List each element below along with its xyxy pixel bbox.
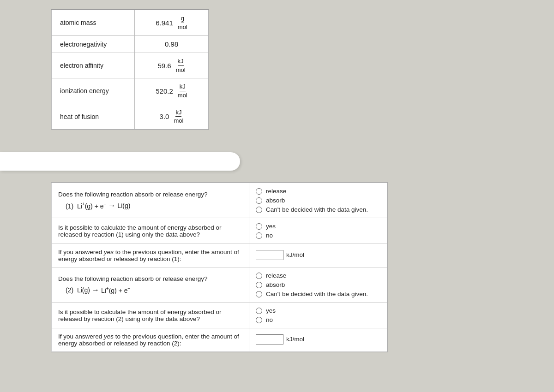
radio-option-yes-2b[interactable]: yes (256, 307, 380, 314)
question-text-2: Does the following reaction absorb or re… (58, 275, 242, 282)
unit-numerator: kJ (178, 58, 184, 66)
radio-label: Can't be decided with the data given. (266, 291, 368, 297)
radio-option-cantdecide-2[interactable]: Can't be decided with the data given. (256, 291, 380, 297)
value-unit: 59.6 kJ mol (157, 58, 185, 73)
qa-table-wrapper: Does the following reaction absorb or re… (51, 182, 388, 352)
answer-cell-2: release absorb Can't be decided with the… (249, 267, 387, 303)
question-cell-2: Does the following reaction absorb or re… (52, 267, 249, 303)
radio-option-no-2b[interactable]: no (256, 316, 380, 323)
table-row: Does the following reaction absorb or re… (52, 183, 387, 218)
table-row: If you answered yes to the previous ques… (52, 328, 387, 352)
radio-label: release (266, 272, 286, 279)
radio-label: no (266, 316, 273, 323)
unit-fraction: kJ mol (174, 109, 183, 125)
radio-button[interactable] (256, 232, 262, 239)
table-row: Is it possible to calculate the amount o… (52, 218, 387, 244)
radio-button[interactable] (256, 197, 262, 204)
property-value: 520.2 kJ mol (135, 78, 209, 104)
reaction-product: Li(g) (117, 202, 130, 209)
property-value: 3.0 kJ mol (135, 104, 209, 129)
radio-label: yes (266, 307, 276, 314)
radio-button[interactable] (256, 273, 262, 279)
table-row: heat of fusion 3.0 kJ mol (52, 104, 209, 129)
table-row: Is it possible to calculate the amount o… (52, 303, 387, 328)
radio-option-absorb-2[interactable]: absorb (256, 281, 380, 288)
property-name: electronegativity (52, 36, 135, 53)
numeric-value: 0.98 (165, 40, 178, 48)
radio-button[interactable] (256, 207, 262, 213)
radio-label: no (266, 232, 273, 239)
energy-input-box-2: kJ/mol (256, 334, 304, 344)
radio-label: yes (266, 223, 276, 230)
value-unit: 520.2 kJ mol (156, 83, 187, 99)
radio-label: absorb (266, 281, 285, 288)
radio-button[interactable] (256, 317, 262, 323)
scroll-decoration (0, 152, 240, 171)
unit-numerator: kJ (180, 83, 186, 91)
properties-table-wrapper: atomic mass 6.941 g mol electronegativi (51, 9, 209, 130)
reaction-2: (2) Li(g) → Li+(g) + e− (66, 286, 242, 294)
reaction-label: (1) Li+(g) + e− (66, 202, 106, 210)
qa-table: Does the following reaction absorb or re… (51, 183, 387, 352)
property-value: 59.6 kJ mol (135, 53, 209, 78)
reaction-1: (1) Li+(g) + e− → Li(g) (66, 202, 242, 210)
radio-option-yes-1b[interactable]: yes (256, 223, 380, 230)
numeric-value: 520.2 (156, 87, 173, 95)
unit-denominator: mol (176, 66, 186, 74)
unit-label-2: kJ/mol (286, 336, 304, 343)
radio-label: absorb (266, 197, 285, 204)
question-cell-1b: Is it possible to calculate the amount o… (52, 218, 249, 244)
question-text-2c: If you answered yes to the previous ques… (58, 333, 242, 347)
reaction-product-2: Li+(g) + e− (101, 286, 130, 294)
radio-label: Can't be decided with the data given. (266, 206, 368, 213)
energy-input-2[interactable] (256, 334, 283, 344)
question-cell-2c: If you answered yes to the previous ques… (52, 328, 249, 352)
radio-option-cantdecide-1[interactable]: Can't be decided with the data given. (256, 206, 380, 213)
radio-button[interactable] (256, 282, 262, 288)
unit-denominator: mol (174, 117, 183, 125)
numeric-value: 59.6 (157, 62, 171, 70)
property-value: 0.98 (135, 36, 209, 53)
radio-button[interactable] (256, 308, 262, 314)
radio-option-release-1[interactable]: release (256, 188, 380, 195)
page-container: atomic mass 6.941 g mol electronegativi (0, 0, 554, 392)
radio-option-no-1b[interactable]: no (256, 232, 380, 239)
property-value: 6.941 g mol (135, 10, 209, 36)
value-unit: 3.0 kJ mol (160, 109, 184, 125)
radio-button[interactable] (256, 188, 262, 195)
table-row: atomic mass 6.941 g mol (52, 10, 209, 36)
unit-numerator: kJ (175, 109, 181, 117)
answer-cell-2b: yes no (249, 303, 387, 328)
unit-numerator: g (181, 15, 184, 23)
reaction-arrow: → (108, 202, 115, 210)
energy-input-box-1: kJ/mol (256, 250, 304, 260)
value-unit: 6.941 g mol (156, 15, 187, 30)
question-cell-1c: If you answered yes to the previous ques… (52, 244, 249, 267)
unit-denominator: mol (178, 23, 187, 31)
energy-input-1[interactable] (256, 250, 283, 260)
radio-button[interactable] (256, 223, 262, 230)
table-row: If you answered yes to the previous ques… (52, 244, 387, 267)
answer-cell-1b: yes no (249, 218, 387, 244)
property-name: ionization energy (52, 78, 135, 104)
numeric-value: 6.941 (156, 19, 173, 27)
properties-table: atomic mass 6.941 g mol electronegativi (51, 10, 209, 130)
unit-fraction: g mol (178, 15, 187, 30)
table-row: ionization energy 520.2 kJ mol (52, 78, 209, 104)
radio-option-absorb-1[interactable]: absorb (256, 197, 380, 204)
question-text-1b: Is it possible to calculate the amount o… (58, 224, 242, 238)
property-name: electron affinity (52, 53, 135, 78)
answer-cell-2c: kJ/mol (249, 328, 387, 352)
answer-cell-1c: kJ/mol (249, 244, 387, 267)
property-name-heat-of-fusion: heat of fusion (52, 104, 135, 129)
radio-option-release-2[interactable]: release (256, 272, 380, 279)
radio-button[interactable] (256, 291, 262, 297)
table-row: electronegativity 0.98 (52, 36, 209, 53)
question-text-2b: Is it possible to calculate the amount o… (58, 309, 242, 322)
question-text-1c: If you answered yes to the previous ques… (58, 249, 242, 262)
reaction-arrow-2: → (92, 286, 99, 294)
question-cell-1: Does the following reaction absorb or re… (52, 183, 249, 218)
answer-cell-1: release absorb Can't be decided with the… (249, 183, 387, 218)
property-name: atomic mass (52, 10, 135, 36)
unit-fraction: kJ mol (178, 83, 187, 99)
